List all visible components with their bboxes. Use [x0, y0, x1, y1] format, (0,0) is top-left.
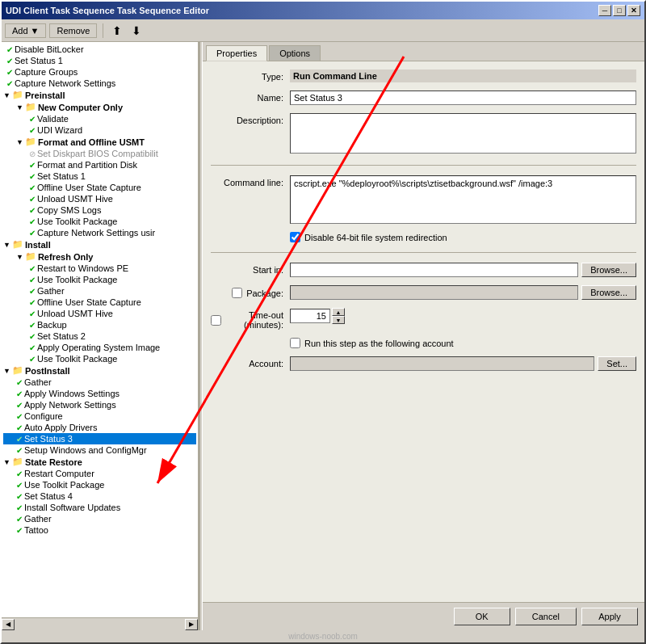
group-new-computer-only[interactable]: ▼ 📁 New Computer Only: [3, 101, 196, 113]
tree-item-offline-user-state-b[interactable]: ✔ Offline User State Capture: [3, 297, 196, 308]
timeout-row: Time-out (minutes): ▲ ▼: [211, 308, 636, 330]
move-up-button[interactable]: ⬆: [109, 23, 125, 39]
check-icon: ✔: [29, 229, 36, 238]
command-line-text: cscript.exe "%deployroot%\scripts\ztiset…: [294, 179, 552, 188]
name-value: [290, 90, 636, 105]
title-bar: UDI Client Task Sequence Task Sequence E…: [2, 2, 644, 19]
folder-icon: 📁: [12, 239, 23, 250]
group-state-restore[interactable]: ▼ 📁 State Restore: [3, 456, 196, 468]
tree-item-gather-c[interactable]: ✔ Gather: [3, 513, 196, 524]
package-checkbox[interactable]: [232, 288, 242, 298]
check-icon: ✔: [29, 309, 36, 318]
tree-item-restart-computer[interactable]: ✔ Restart Computer: [3, 468, 196, 479]
tree-container[interactable]: ✔ Disable BitLocker ✔ Set Status 1 ✔ Cap…: [2, 42, 198, 617]
tree-item-disable-bitlocker[interactable]: ✔ Disable BitLocker: [3, 44, 196, 55]
apply-button[interactable]: Apply: [581, 608, 638, 625]
tree-item-diskpart[interactable]: ⊘ Set Diskpart BIOS Compatibilit: [3, 148, 196, 159]
folder-icon: 📁: [12, 457, 23, 467]
group-refresh-only[interactable]: ▼ 📁 Refresh Only: [3, 250, 196, 263]
check-icon: ✔: [29, 332, 36, 341]
package-field[interactable]: [290, 285, 578, 300]
group-format-offline-usmt[interactable]: ▼ 📁 Format and Offline USMT: [3, 136, 196, 148]
scroll-left-btn[interactable]: ◀: [2, 619, 15, 630]
cancel-button[interactable]: Cancel: [515, 608, 577, 625]
account-field[interactable]: [290, 356, 594, 371]
tree-h-scrollbar[interactable]: ◀ ▶: [2, 617, 198, 630]
timeout-label-text: Time-out (minutes):: [225, 310, 283, 330]
tree-item-use-toolkit-b[interactable]: ✔ Use Toolkit Package: [3, 274, 196, 285]
tree-item-set-status-1b[interactable]: ✔ Set Status 1: [3, 170, 196, 182]
tree-item-capture-groups[interactable]: ✔ Capture Groups: [3, 66, 196, 78]
tree-item-backup[interactable]: ✔ Backup: [3, 319, 196, 330]
description-field[interactable]: [290, 113, 636, 154]
timeout-label: Time-out (minutes):: [211, 308, 283, 330]
toolbar: Add ▼ Remove ⬆ ⬇: [2, 19, 644, 42]
minimize-button[interactable]: ─: [598, 5, 611, 16]
timeout-input[interactable]: [290, 309, 330, 323]
name-field[interactable]: [290, 90, 636, 105]
account-row: Account: Set...: [211, 356, 636, 371]
tree-item-unload-usmt-hive-b[interactable]: ✔ Unload USMT Hive: [3, 308, 196, 319]
tree-item-set-status-1a[interactable]: ✔ Set Status 1: [3, 55, 196, 66]
tree-item-install-software-updates[interactable]: ✔ Install Software Updates: [3, 502, 196, 513]
browse-package-button[interactable]: Browse...: [581, 285, 636, 300]
group-postinstall[interactable]: ▼ 📁 PostInstall: [3, 364, 196, 377]
tree-item-setup-windows-configmgr[interactable]: ✔ Setup Windows and ConfigMgr: [3, 444, 196, 456]
browse-start-in-button[interactable]: Browse...: [581, 263, 636, 277]
toolbar-separator: [103, 23, 103, 38]
tree-item-configure[interactable]: ✔ Configure: [3, 410, 196, 422]
tree-item-udi-wizard[interactable]: ✔ UDI Wizard: [3, 124, 196, 136]
account-label: Account:: [211, 356, 283, 368]
timeout-checkbox[interactable]: [211, 315, 221, 326]
tree-item-offline-user-state-capture-a[interactable]: ✔ Offline User State Capture: [3, 182, 196, 193]
command-line-field[interactable]: cscript.exe "%deployroot%\scripts\ztiset…: [290, 175, 636, 224]
tree-item-validate[interactable]: ✔ Validate: [3, 113, 196, 124]
tree-item-auto-apply-drivers[interactable]: ✔ Auto Apply Drivers: [3, 422, 196, 433]
tree-item-set-status-4[interactable]: ✔ Set Status 4: [3, 490, 196, 502]
group-preinstall[interactable]: ▼ 📁 Preinstall: [3, 89, 196, 101]
tree-item-gather-a[interactable]: ✔ Gather: [3, 285, 196, 297]
scroll-right-btn[interactable]: ▶: [185, 619, 198, 630]
tree-item-apply-windows-settings[interactable]: ✔ Apply Windows Settings: [3, 388, 196, 399]
timeout-down-button[interactable]: ▼: [332, 316, 345, 324]
tree-item-use-toolkit-d[interactable]: ✔ Use Toolkit Package: [3, 479, 196, 490]
check-icon: ✔: [29, 343, 36, 352]
move-down-button[interactable]: ⬇: [128, 23, 145, 39]
run-as-row: Run this step as the following account: [211, 338, 636, 348]
check-icon: ✔: [16, 389, 23, 398]
expand-icon: ▼: [3, 458, 10, 466]
tree-item-gather-b[interactable]: ✔ Gather: [3, 377, 196, 388]
tree-item-format-partition[interactable]: ✔ Format and Partition Disk: [3, 159, 196, 170]
package-checkbox-row: Package:: [211, 288, 283, 298]
tree-item-set-status-3[interactable]: ✔ Set Status 3: [3, 433, 196, 444]
remove-button[interactable]: Remove: [49, 23, 97, 38]
tree-item-copy-sms-logs[interactable]: ✔ Copy SMS Logs: [3, 204, 196, 216]
timeout-up-button[interactable]: ▲: [332, 308, 345, 316]
run-as-checkbox[interactable]: [290, 338, 300, 348]
maximize-button[interactable]: □: [613, 5, 626, 16]
tab-options[interactable]: Options: [269, 45, 321, 61]
add-button[interactable]: Add ▼: [5, 23, 46, 38]
close-button[interactable]: ✕: [627, 5, 640, 16]
tab-properties[interactable]: Properties: [206, 45, 267, 61]
tree-item-tattoo[interactable]: ✔ Tattoo: [3, 524, 196, 536]
tree-item-use-toolkit-a[interactable]: ✔ Use Toolkit Package: [3, 216, 196, 227]
tree-item-set-status-2[interactable]: ✔ Set Status 2: [3, 330, 196, 342]
tree-item-capture-network-usmt[interactable]: ✔ Capture Network Settings usir: [3, 227, 196, 238]
tree-item-capture-network-settings[interactable]: ✔ Capture Network Settings: [3, 78, 196, 89]
ok-button[interactable]: OK: [454, 608, 510, 625]
type-value: Run Command Line: [290, 69, 636, 82]
tree-item-apply-os-image[interactable]: ✔ Apply Operating System Image: [3, 342, 196, 353]
group-install[interactable]: ▼ 📁 Install: [3, 238, 196, 250]
tree-item-unload-usmt-hive-a[interactable]: ✔ Unload USMT Hive: [3, 193, 196, 204]
folder-icon: 📁: [25, 102, 36, 112]
tree-item-use-toolkit-c[interactable]: ✔ Use Toolkit Package: [3, 353, 196, 364]
tree-item-apply-network-settings[interactable]: ✔ Apply Network Settings: [3, 399, 196, 410]
disable-redirect-checkbox[interactable]: [290, 232, 300, 242]
check-icon: ✔: [29, 276, 36, 284]
expand-icon: ▼: [16, 138, 23, 146]
tree-item-restart-winpe[interactable]: ✔ Restart to Windows PE: [3, 263, 196, 274]
check-icon: ✔: [16, 423, 23, 432]
start-in-field[interactable]: [290, 263, 578, 277]
set-account-button[interactable]: Set...: [598, 356, 636, 371]
